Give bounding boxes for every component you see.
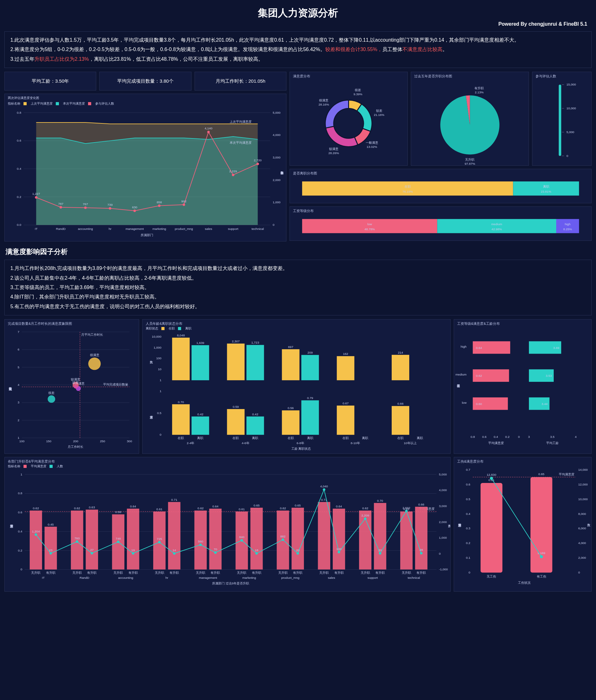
svg-text:无升职: 无升职 (237, 571, 246, 574)
svg-text:4,000: 4,000 (578, 542, 586, 545)
svg-text:1: 1 (18, 436, 20, 439)
svg-text:management: management (199, 576, 217, 579)
svg-text:0.56: 0.56 (288, 406, 294, 410)
svg-text:6,000: 6,000 (578, 527, 586, 530)
svg-text:8,000: 8,000 (578, 512, 586, 516)
svg-text:15,000: 15,000 (567, 83, 576, 86)
svg-text:所属部门: 所属部门 (141, 233, 153, 237)
chart-dept: 各部门升职否&平均满意度分布 指标名称 平均满意度 人数 00.20.40.60… (4, 457, 451, 592)
svg-text:12,000: 12,000 (578, 483, 588, 486)
svg-rect-86 (556, 219, 579, 233)
svg-text:739: 739 (107, 203, 113, 206)
svg-point-118 (89, 358, 101, 370)
svg-text:97.87%: 97.87% (465, 162, 475, 165)
svg-text:0.60: 0.60 (476, 402, 482, 406)
svg-text:平均满意度: 平均满意度 (488, 441, 504, 445)
svg-text:平均满意度: 平均满意度 (10, 525, 14, 528)
svg-text:0.2: 0.2 (505, 435, 510, 439)
svg-text:有升职: 有升职 (46, 571, 55, 574)
svg-text:19: 19 (131, 548, 135, 552)
svg-text:0.79: 0.79 (307, 396, 313, 400)
svg-text:6: 6 (18, 348, 20, 351)
svg-text:3,000: 3,000 (273, 156, 280, 159)
svg-text:离职: 离职 (417, 436, 423, 440)
svg-text:technical: technical (408, 576, 420, 579)
svg-text:8.25%: 8.25% (564, 227, 572, 231)
svg-text:8-10年: 8-10年 (351, 441, 360, 445)
svg-text:1,227: 1,227 (32, 192, 40, 196)
svg-rect-364 (530, 477, 552, 573)
svg-text:工龄 离职状态: 工龄 离职状态 (292, 447, 311, 450)
svg-text:214: 214 (398, 351, 403, 354)
svg-text:无升职: 无升职 (155, 571, 164, 574)
svg-text:150: 150 (46, 439, 51, 443)
svg-text:0.59: 0.59 (233, 405, 239, 408)
svg-point-301 (50, 552, 52, 555)
svg-text:0: 0 (469, 571, 470, 574)
svg-text:28: 28 (420, 548, 423, 551)
svg-point-333 (379, 552, 381, 555)
section-title: 满意度影响因子分析 (6, 247, 592, 257)
svg-text:882: 882 (280, 535, 286, 538)
svg-text:20: 20 (296, 548, 300, 552)
svg-rect-274 (292, 508, 304, 569)
svg-text:840: 840 (239, 535, 244, 539)
svg-text:有升职: 有升职 (474, 86, 484, 90)
svg-text:IT: IT (42, 576, 45, 579)
chart-gauge: 参与评估人数 05,00010,00015,000 (532, 72, 592, 166)
svg-text:0.5: 0.5 (157, 411, 162, 415)
svg-rect-139 (301, 355, 319, 380)
svg-point-327 (323, 488, 325, 491)
svg-point-309 (132, 552, 134, 555)
svg-text:平均工龄: 平均工龄 (546, 441, 559, 445)
svg-point-331 (364, 517, 367, 520)
svg-text:2,692: 2,692 (403, 506, 411, 510)
svg-text:0.70: 0.70 (377, 499, 383, 502)
svg-text:42.98%: 42.98% (491, 227, 502, 231)
svg-text:参与评估人数: 参与评估人数 (280, 171, 283, 175)
svg-text:5,000: 5,000 (567, 130, 574, 134)
kpi-tenure: 平均工龄：3.50年 (4, 72, 96, 90)
svg-text:4,000: 4,000 (273, 133, 280, 137)
svg-rect-164 (301, 400, 319, 435)
svg-text:0.6: 0.6 (482, 435, 487, 439)
svg-rect-267 (250, 508, 263, 569)
svg-text:28.26%: 28.26% (328, 152, 339, 155)
svg-text:-1,000: -1,000 (439, 568, 448, 571)
svg-rect-143 (392, 355, 409, 380)
svg-text:767: 767 (83, 202, 88, 206)
svg-point-303 (76, 540, 78, 543)
svg-text:product_mng: product_mng (281, 576, 299, 579)
svg-text:management: management (126, 227, 144, 231)
svg-text:high: high (565, 223, 571, 226)
svg-text:无升职: 无升职 (114, 571, 123, 574)
svg-point-325 (296, 552, 299, 555)
svg-text:10,000: 10,000 (152, 335, 162, 338)
svg-point-39 (207, 131, 209, 133)
svg-rect-292 (400, 512, 413, 569)
svg-text:2: 2 (18, 418, 20, 422)
svg-rect-150 (192, 417, 209, 435)
svg-text:low: low (367, 223, 372, 226)
svg-text:0.64: 0.64 (336, 504, 342, 508)
svg-text:76.19%: 76.19% (402, 190, 413, 193)
svg-text:0.61: 0.61 (156, 508, 163, 511)
svg-text:离职: 离职 (307, 436, 313, 440)
svg-rect-148 (172, 404, 190, 435)
svg-rect-157 (246, 417, 264, 435)
svg-point-307 (117, 541, 119, 543)
svg-text:200: 200 (73, 439, 78, 443)
svg-text:product_mng: product_mng (175, 227, 193, 231)
svg-text:hr: hr (109, 227, 112, 231)
svg-text:0: 0 (159, 433, 162, 436)
svg-text:0.70: 0.70 (178, 400, 184, 404)
svg-text:2-4年: 2-4年 (187, 441, 194, 445)
svg-text:162: 162 (343, 352, 348, 356)
svg-text:0: 0 (21, 568, 23, 571)
svg-text:10,000: 10,000 (578, 497, 588, 501)
svg-text:2,000: 2,000 (578, 556, 586, 560)
svg-text:0.2: 0.2 (17, 195, 21, 199)
svg-text:0.61: 0.61 (239, 508, 245, 511)
svg-text:5: 5 (18, 365, 20, 369)
svg-text:3.69: 3.69 (553, 346, 560, 349)
